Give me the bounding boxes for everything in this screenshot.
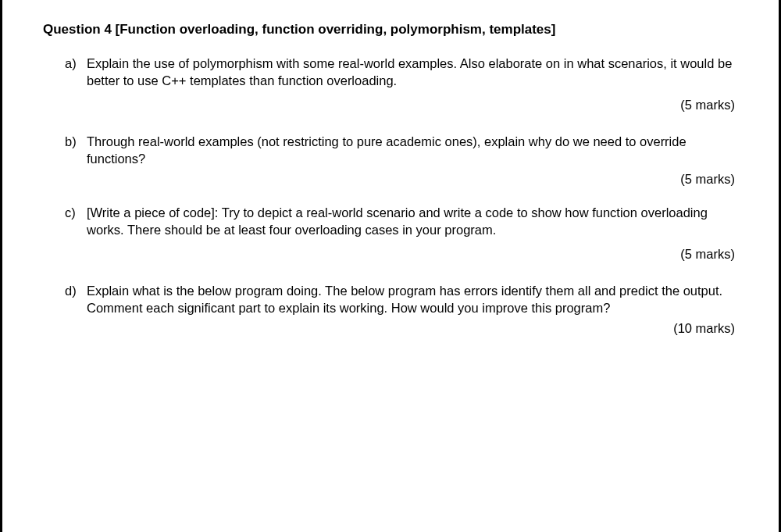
part-marks: (10 marks) (65, 321, 738, 336)
part-body: Explain the use of polymorphism with som… (87, 55, 738, 90)
part-label: b) (65, 133, 87, 168)
part-a: a) Explain the use of polymorphism with … (65, 55, 738, 90)
part-marks: (5 marks) (65, 247, 738, 262)
part-body: Through real-world examples (not restric… (87, 133, 738, 168)
question-title: Question 4 [Function overloading, functi… (43, 22, 738, 37)
part-d: d) Explain what is the below program doi… (65, 282, 738, 317)
page: Question 4 [Function overloading, functi… (0, 0, 781, 532)
part-label: d) (65, 282, 87, 317)
part-marks: (5 marks) (65, 98, 738, 112)
part-label: c) (65, 204, 87, 239)
part-marks: (5 marks) (65, 172, 738, 187)
part-b: b) Through real-world examples (not rest… (65, 133, 738, 168)
part-c: c) [Write a piece of code]: Try to depic… (65, 204, 738, 239)
part-label: a) (65, 55, 87, 90)
part-body: [Write a piece of code]: Try to depict a… (87, 204, 738, 239)
part-body: Explain what is the below program doing.… (87, 282, 738, 317)
question-parts: a) Explain the use of polymorphism with … (43, 55, 738, 336)
